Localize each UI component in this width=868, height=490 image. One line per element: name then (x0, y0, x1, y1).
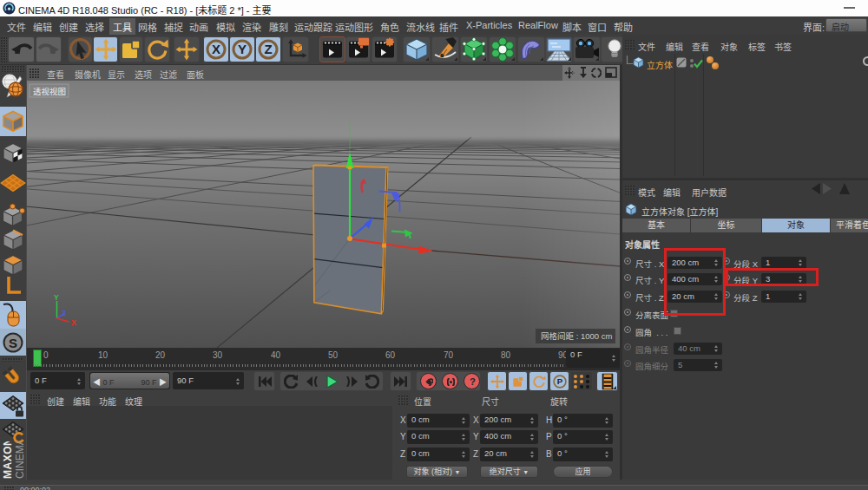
svg-text:X: X (212, 42, 220, 56)
svg-text:CINEMA: CINEMA (14, 441, 26, 479)
svg-text:Z: Z (264, 42, 272, 56)
svg-text:Y: Y (238, 42, 247, 56)
svg-text:X: X (71, 318, 76, 327)
svg-text:S: S (9, 335, 17, 350)
svg-text:透视视图: 透视视图 (33, 87, 66, 96)
svg-text:Z: Z (62, 309, 66, 317)
svg-text:Y: Y (54, 293, 59, 302)
svg-text:MAXON: MAXON (2, 441, 14, 479)
svg-text:?: ? (470, 378, 476, 386)
svg-text:网格间距 : 1000 cm: 网格间距 : 1000 cm (541, 331, 612, 341)
svg-text:P: P (556, 376, 562, 386)
